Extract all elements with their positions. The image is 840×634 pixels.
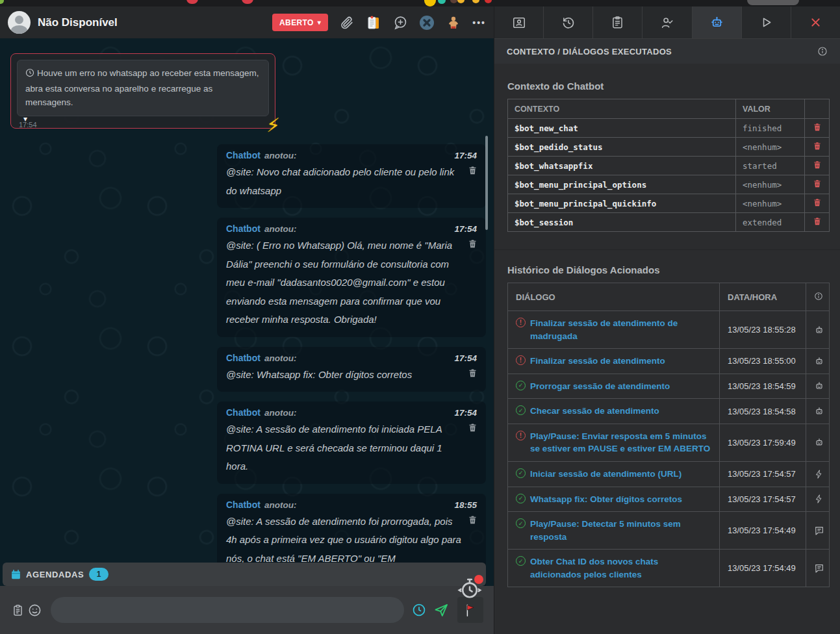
dialog-link[interactable]: Finalizar sessão de atendimento de madru… [530, 317, 711, 342]
dialog-trigger-icon[interactable] [806, 461, 830, 487]
trash-icon [813, 216, 822, 226]
chatbot-note-message[interactable]: Chatbot anotou: 17:54 @site: Novo chat a… [217, 144, 486, 208]
cutoff-green-icon [0, 0, 4, 4]
status-dropdown-button[interactable]: ABERTO ▾ [272, 14, 328, 31]
cutoff-brown-icon [450, 0, 457, 3]
delete-context-button[interactable] [805, 119, 830, 138]
dialog-trigger-icon[interactable] [806, 424, 830, 461]
context-row: $bot_new_chat finished [508, 119, 830, 138]
dialog-link[interactable]: Finalizar sessão de atendimento [530, 355, 665, 368]
delete-context-button[interactable] [805, 175, 830, 194]
chat-header: Não Disponível ABERTO ▾ [0, 6, 494, 38]
contact-name: Não Disponível [38, 16, 118, 29]
context-table: CONTEXTO VALOR $bot_new_chat finished [507, 99, 830, 232]
scheduled-messages-tab[interactable]: AGENDADAS 1 [3, 563, 486, 586]
panel-content: Contexto do Chatbot CONTEXTO VALOR [494, 64, 840, 587]
dialog-datetime: 13/05/23 17:54:49 [720, 512, 806, 550]
dialog-trigger-icon[interactable] [806, 374, 830, 399]
tab-close-panel[interactable] [791, 6, 840, 38]
trash-icon [813, 197, 822, 207]
message-time: 17:54 [454, 353, 477, 363]
dialog-status-icon [516, 556, 526, 566]
delete-context-button[interactable] [805, 213, 830, 232]
history-table-header: DIÁLOGO DATA/HORA [508, 283, 830, 311]
tab-chatbot[interactable] [692, 6, 741, 38]
message-sender: Chatbot [226, 500, 261, 510]
dialog-trigger-icon[interactable] [806, 311, 830, 349]
panel-tabbar [494, 6, 840, 39]
message-input[interactable] [51, 597, 404, 623]
chatbot-note-message[interactable]: Chatbot anotou: 17:54 @site: Whatsapp fi… [217, 347, 486, 392]
bodybuilder-avatar-icon[interactable] [446, 15, 461, 31]
caret-down-icon: ▾ [318, 19, 321, 26]
col-actions [805, 99, 830, 119]
tab-history[interactable] [543, 6, 592, 38]
quick-replies-clipboard-icon[interactable] [9, 602, 26, 618]
schedule-send-clock-icon[interactable] [411, 602, 427, 618]
delete-context-button[interactable] [805, 194, 830, 213]
chat-messages-area[interactable]: Houve um erro no whatsapp ao receber est… [0, 38, 494, 634]
lightning-icon [814, 494, 824, 504]
dialog-trigger-icon[interactable] [806, 512, 830, 550]
message-time: 18:55 [454, 500, 477, 510]
message-action: anotou: [264, 151, 297, 160]
context-row: $bot_menu_principal_quickinfo <nenhum> [508, 194, 830, 213]
delete-message-trash-icon[interactable] [468, 422, 477, 435]
dialog-trigger-icon[interactable] [806, 487, 830, 512]
dialog-link[interactable]: Iniciar sessão de atendimento (URL) [530, 468, 681, 481]
delete-message-trash-icon[interactable] [468, 514, 477, 527]
block-ban-icon[interactable] [419, 15, 435, 31]
send-message-icon[interactable] [433, 602, 450, 618]
delete-message-trash-icon[interactable] [468, 165, 477, 178]
contact-avatar[interactable] [8, 11, 31, 34]
context-value: finished [736, 119, 805, 138]
dialog-trigger-icon[interactable] [806, 550, 830, 587]
lightning-icon [814, 469, 824, 479]
dialog-link[interactable]: Checar sessão de atendimento [530, 405, 659, 418]
dialog-datetime: 13/05/23 17:54:57 [720, 487, 806, 512]
chatbot-note-message[interactable]: Chatbot anotou: 17:54 @site: ( Erro no W… [217, 218, 486, 337]
close-icon [809, 16, 822, 29]
chatbot-note-message[interactable]: Chatbot anotou: 17:54 @site: A sessão de… [217, 401, 486, 484]
dialog-trigger-icon[interactable] [806, 349, 830, 374]
dialog-trigger-icon[interactable] [806, 399, 830, 424]
chat-scrollbar-thumb[interactable] [485, 136, 488, 230]
tab-dialog-player[interactable] [741, 6, 791, 38]
tab-assigned-agent[interactable] [642, 6, 691, 38]
robot-icon [814, 406, 824, 416]
chat-bubble-icon [814, 526, 824, 536]
dialog-link[interactable]: Play/Pause: Enviar resposta em 5 minutos… [530, 430, 711, 455]
attachment-paperclip-icon[interactable] [339, 15, 355, 31]
dialog-status-icon [516, 355, 526, 365]
delete-message-trash-icon[interactable] [468, 368, 477, 381]
chat-column: Não Disponível ABERTO ▾ [0, 6, 494, 634]
tab-notes-clipboard[interactable] [592, 6, 642, 38]
new-chat-bubble-plus-icon[interactable] [392, 15, 408, 31]
message-list: Chatbot anotou: 17:54 @site: Novo chat a… [217, 144, 486, 613]
notes-clipboard-icon[interactable] [366, 15, 381, 31]
delete-message-trash-icon[interactable] [468, 238, 477, 251]
section-divider [494, 249, 840, 250]
info-icon[interactable] [817, 46, 828, 57]
context-value: <nenhum> [736, 175, 805, 194]
emoji-smiley-icon[interactable] [26, 602, 43, 618]
delete-context-button[interactable] [805, 157, 830, 175]
context-value: <nenhum> [736, 194, 805, 213]
robot-icon [814, 325, 824, 335]
message-menu-caret-icon[interactable]: ▾ [23, 114, 27, 123]
info-icon [814, 292, 823, 301]
dialog-history-row: Finalizar sessão de atendimento 13/05/23… [508, 349, 830, 374]
dialog-link[interactable]: Whatsapp fix: Obter dígitos corretos [530, 493, 682, 506]
more-options-icon[interactable]: ••• [472, 18, 486, 28]
dialog-link[interactable]: Play/Pause: Detectar 5 minutos sem respo… [530, 518, 711, 543]
delete-context-button[interactable] [805, 138, 830, 157]
dialog-history-row: Play/Pause: Detectar 5 minutos sem respo… [508, 512, 830, 550]
message-action: anotou: [264, 353, 297, 363]
dialog-link[interactable]: Prorrogar sessão de atendimento [530, 380, 670, 393]
message-sender: Chatbot [226, 223, 261, 234]
timer-stopwatch-icon[interactable] [457, 576, 482, 601]
message-time: 17:54 [454, 151, 477, 160]
tab-contact-card[interactable] [494, 6, 543, 38]
cutoff-red-icon [186, 0, 198, 4]
dialog-link[interactable]: Obter Chat ID dos novos chats adicionado… [530, 555, 711, 581]
